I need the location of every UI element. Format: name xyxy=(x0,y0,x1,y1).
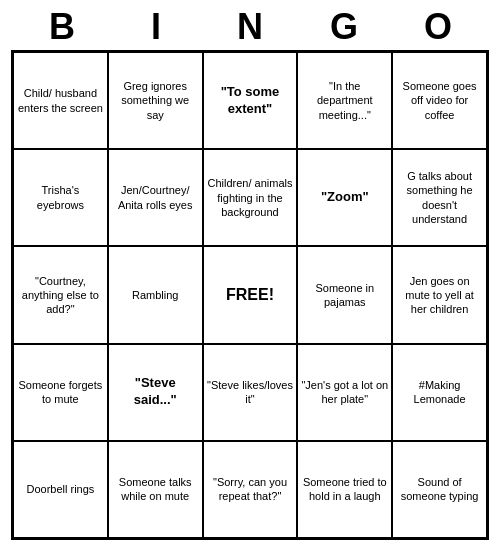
cell-n1: "To some extent" xyxy=(203,52,298,149)
cell-b4: Someone forgets to mute xyxy=(13,344,108,441)
bingo-letter-g: G xyxy=(304,6,384,48)
bingo-letter-i: I xyxy=(116,6,196,48)
bingo-letter-n: N xyxy=(210,6,290,48)
cell-i4: "Steve said..." xyxy=(108,344,203,441)
cell-n2: Children/ animals fighting in the backgr… xyxy=(203,149,298,246)
bingo-header: BINGO xyxy=(15,0,485,50)
cell-i1: Greg ignores something we say xyxy=(108,52,203,149)
bingo-grid: Child/ husband enters the screenGreg ign… xyxy=(11,50,489,540)
cell-n3: FREE! xyxy=(203,246,298,343)
cell-g2: "Zoom" xyxy=(297,149,392,246)
cell-g3: Someone in pajamas xyxy=(297,246,392,343)
bingo-letter-b: B xyxy=(22,6,102,48)
bingo-letter-o: O xyxy=(398,6,478,48)
cell-i2: Jen/Courtney/ Anita rolls eyes xyxy=(108,149,203,246)
cell-o2: G talks about something he doesn't under… xyxy=(392,149,487,246)
cell-o3: Jen goes on mute to yell at her children xyxy=(392,246,487,343)
cell-o1: Someone goes off video for coffee xyxy=(392,52,487,149)
cell-n5: "Sorry, can you repeat that?" xyxy=(203,441,298,538)
cell-i3: Rambling xyxy=(108,246,203,343)
cell-o5: Sound of someone typing xyxy=(392,441,487,538)
cell-b5: Doorbell rings xyxy=(13,441,108,538)
cell-g4: "Jen's got a lot on her plate" xyxy=(297,344,392,441)
cell-g1: "In the department meeting..." xyxy=(297,52,392,149)
cell-o4: #Making Lemonade xyxy=(392,344,487,441)
cell-b3: "Courtney, anything else to add?" xyxy=(13,246,108,343)
cell-b1: Child/ husband enters the screen xyxy=(13,52,108,149)
cell-i5: Someone talks while on mute xyxy=(108,441,203,538)
cell-g5: Someone tried to hold in a laugh xyxy=(297,441,392,538)
cell-b2: Trisha's eyebrows xyxy=(13,149,108,246)
cell-n4: "Steve likes/loves it" xyxy=(203,344,298,441)
